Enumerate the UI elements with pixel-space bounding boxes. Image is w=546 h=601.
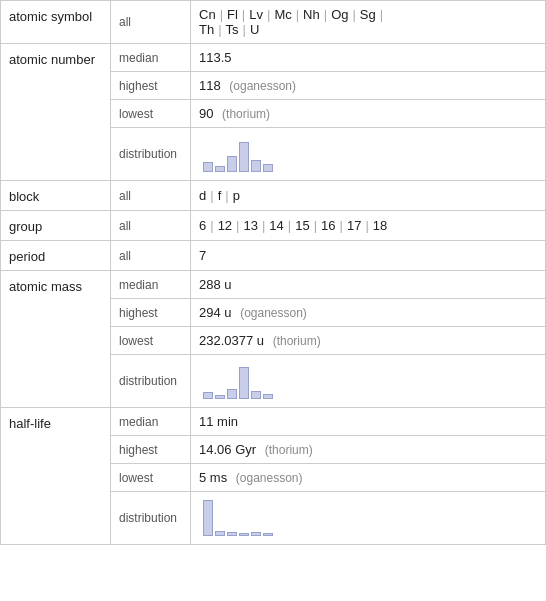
val-group: 6|12|13|14|15|16|17|18 xyxy=(191,211,546,241)
group-14: 14 xyxy=(269,218,283,233)
stat-an-dist: distribution xyxy=(111,128,191,181)
prop-label-atomic-symbol: atomic symbol xyxy=(1,1,111,44)
bar xyxy=(227,532,237,536)
symbol-Ts: Ts xyxy=(226,22,239,37)
prop-label-atomic-mass: atomic mass xyxy=(1,271,111,408)
prop-label-group: group xyxy=(1,211,111,241)
bar xyxy=(203,500,213,536)
val-am-median: 288 u xyxy=(191,271,546,299)
symbol-Fl: Fl xyxy=(227,7,238,22)
bar xyxy=(263,164,273,172)
secondary-am-lowest: (thorium) xyxy=(273,334,321,348)
chart-atomic-number xyxy=(199,134,537,174)
group-13: 13 xyxy=(243,218,257,233)
val-hl-highest: 14.06 Gyr (thorium) xyxy=(191,436,546,464)
prop-label-atomic-number: atomic number xyxy=(1,44,111,181)
val-hl-median: 11 min xyxy=(191,408,546,436)
bar xyxy=(227,389,237,399)
bar xyxy=(239,533,249,536)
val-an-highest: 118 (oganesson) xyxy=(191,72,546,100)
prop-label-period: period xyxy=(1,241,111,271)
block-d: d xyxy=(199,188,206,203)
group-15: 15 xyxy=(295,218,309,233)
symbol-Cn: Cn xyxy=(199,7,216,22)
chart-half-life xyxy=(199,498,537,538)
secondary-hl-lowest: (oganesson) xyxy=(236,471,303,485)
secondary-hl-highest: (thorium) xyxy=(265,443,313,457)
val-an-median: 113.5 xyxy=(191,44,546,72)
secondary-am-highest: (oganesson) xyxy=(240,306,307,320)
val-am-lowest: 232.0377 u (thorium) xyxy=(191,327,546,355)
secondary-an-highest: (oganesson) xyxy=(229,79,296,93)
bar xyxy=(251,160,261,172)
stat-an-lowest: lowest xyxy=(111,100,191,128)
bar xyxy=(203,162,213,172)
val-am-dist xyxy=(191,355,546,408)
bar xyxy=(227,156,237,172)
val-period: 7 xyxy=(191,241,546,271)
stat-hl-dist: distribution xyxy=(111,492,191,545)
symbol-Th: Th xyxy=(199,22,214,37)
group-6: 6 xyxy=(199,218,206,233)
group-18: 18 xyxy=(373,218,387,233)
block-f: f xyxy=(218,188,222,203)
bar xyxy=(239,142,249,172)
bar xyxy=(203,392,213,399)
secondary-an-lowest: (thorium) xyxy=(222,107,270,121)
symbol-Og: Og xyxy=(331,7,348,22)
symbol-U: U xyxy=(250,22,259,37)
stat-hl-median: median xyxy=(111,408,191,436)
stat-am-highest: highest xyxy=(111,299,191,327)
bar xyxy=(251,391,261,399)
stat-am-dist: distribution xyxy=(111,355,191,408)
stat-an-median: median xyxy=(111,44,191,72)
val-hl-lowest: 5 ms (oganesson) xyxy=(191,464,546,492)
group-12: 12 xyxy=(218,218,232,233)
bar xyxy=(263,533,273,536)
symbol-Lv: Lv xyxy=(249,7,263,22)
bar xyxy=(251,532,261,536)
bar xyxy=(215,166,225,172)
group-16: 16 xyxy=(321,218,335,233)
val-block: d|f|p xyxy=(191,181,546,211)
stat-hl-highest: highest xyxy=(111,436,191,464)
bar xyxy=(263,394,273,399)
stat-am-lowest: lowest xyxy=(111,327,191,355)
val-an-dist xyxy=(191,128,546,181)
val-an-lowest: 90 (thorium) xyxy=(191,100,546,128)
val-am-highest: 294 u (oganesson) xyxy=(191,299,546,327)
symbol-Mc: Mc xyxy=(274,7,291,22)
val-hl-dist xyxy=(191,492,546,545)
stat-block: all xyxy=(111,181,191,211)
prop-label-block: block xyxy=(1,181,111,211)
symbol-Sg: Sg xyxy=(360,7,376,22)
stat-group: all xyxy=(111,211,191,241)
stat-atomic-symbol: all xyxy=(111,1,191,44)
stat-hl-lowest: lowest xyxy=(111,464,191,492)
block-p: p xyxy=(233,188,240,203)
bar xyxy=(239,367,249,399)
val-atomic-symbol: Cn|Fl|Lv|Mc|Nh|Og|Sg| Th|Ts|U xyxy=(191,1,546,44)
group-17: 17 xyxy=(347,218,361,233)
bar xyxy=(215,395,225,399)
stat-period: all xyxy=(111,241,191,271)
prop-label-half-life: half-life xyxy=(1,408,111,545)
symbol-Nh: Nh xyxy=(303,7,320,22)
bar xyxy=(215,531,225,536)
stat-an-highest: highest xyxy=(111,72,191,100)
chart-atomic-mass xyxy=(199,361,537,401)
stat-am-median: median xyxy=(111,271,191,299)
